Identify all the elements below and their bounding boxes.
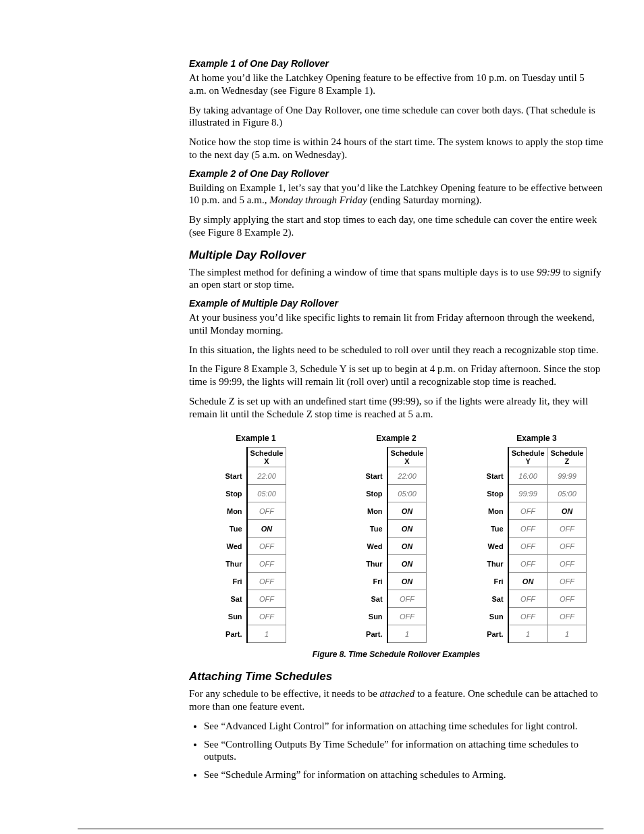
paragraph: At home you’d like the Latchkey Opening …	[189, 72, 603, 97]
table-cell: OFF	[508, 608, 547, 625]
paragraph: For any schedule to be effective, it nee…	[189, 687, 603, 713]
table-cell: 1	[547, 625, 587, 643]
row-label: Start	[366, 467, 387, 485]
table-cell: OFF	[508, 590, 547, 608]
heading-example-multiple: Example of Multiple Day Rollover	[189, 298, 603, 309]
figure-caption: Figure 8. Time Schedule Rollover Example…	[189, 650, 603, 659]
row-label: Tue	[487, 520, 508, 538]
text-italic: Monday through Friday	[269, 194, 367, 205]
row-label: Thur	[225, 555, 247, 573]
table-cell: ON	[387, 573, 427, 590]
table-cell: OFF	[547, 538, 587, 555]
schedule-table-2: ScheduleXStart22:00Stop05:00MonONTueONWe…	[366, 447, 427, 643]
figure-8: Example 1 ScheduleXStart22:00Stop05:00Mo…	[189, 434, 603, 643]
paragraph: By taking advantage of One Day Rollover,…	[189, 104, 603, 130]
column-header: ScheduleY	[508, 448, 547, 467]
table-cell: OFF	[547, 590, 587, 608]
table-cell: OFF	[247, 502, 286, 520]
row-label: Sat	[225, 590, 247, 608]
row-label: Thur	[487, 555, 508, 573]
table-cell: OFF	[247, 590, 286, 608]
text: The simplest method for defining a windo…	[189, 267, 537, 278]
column-header: ScheduleZ	[547, 448, 587, 467]
table-cell: 05:00	[247, 485, 286, 502]
row-label: Stop	[487, 485, 508, 502]
row-label: Wed	[366, 538, 387, 555]
page-footer: Concord 4 Series Security Systems 21	[78, 829, 603, 834]
column-header: ScheduleX	[247, 448, 286, 467]
paragraph: Schedule Z is set up with an undefined s…	[189, 395, 603, 421]
row-label: Start	[225, 467, 247, 485]
paragraph: By simply applying the start and stop ti…	[189, 213, 603, 239]
row-label: Mon	[366, 502, 387, 520]
row-label: Wed	[487, 538, 508, 555]
table-cell: 05:00	[547, 485, 587, 502]
row-label: Fri	[487, 573, 508, 590]
page-content: Example 1 of One Day Rollover At home yo…	[0, 0, 644, 815]
paragraph: Building on Example 1, let’s say that yo…	[189, 182, 603, 207]
row-label: Sun	[366, 608, 387, 625]
table-cell: 99:99	[508, 485, 547, 502]
table-cell: 05:00	[387, 485, 427, 502]
table-cell: 1	[387, 625, 427, 643]
schedule-table-1: ScheduleXStart22:00Stop05:00MonOFFTueONW…	[225, 447, 287, 643]
row-label: Part.	[366, 625, 387, 643]
row-label: Part.	[487, 625, 508, 643]
row-label: Thur	[366, 555, 387, 573]
table-cell: OFF	[547, 555, 587, 573]
table-cell: OFF	[387, 608, 427, 625]
row-label: Mon	[487, 502, 508, 520]
table-cell: OFF	[387, 590, 427, 608]
bullet-item: See “Schedule Arming” for information on…	[204, 768, 603, 781]
figure-example2: Example 2 ScheduleXStart22:00Stop05:00Mo…	[329, 434, 463, 643]
paragraph: In the Figure 8 Example 3, Schedule Y is…	[189, 363, 603, 388]
row-label: Sat	[487, 590, 508, 608]
heading-attaching: Attaching Time Schedules	[189, 670, 603, 683]
table-cell: ON	[508, 573, 547, 590]
paragraph: At your business you’d like specific lig…	[189, 311, 603, 337]
heading-example1: Example 1 of One Day Rollover	[189, 58, 603, 69]
column-header: ScheduleX	[387, 448, 427, 467]
table-cell: OFF	[247, 608, 286, 625]
table-cell: 1	[247, 625, 286, 643]
table-cell: OFF	[247, 538, 286, 555]
table-cell: 16:00	[508, 467, 547, 485]
paragraph: In this situation, the lights need to be…	[189, 344, 603, 357]
table-cell: ON	[387, 555, 427, 573]
table-cell: ON	[247, 520, 286, 538]
row-label: Fri	[366, 573, 387, 590]
table-cell: OFF	[508, 555, 547, 573]
row-label: Sun	[225, 608, 247, 625]
figure-example1: Example 1 ScheduleXStart22:00Stop05:00Mo…	[189, 434, 323, 643]
table-cell: OFF	[247, 555, 286, 573]
table-cell: OFF	[508, 520, 547, 538]
schedule-table-3: ScheduleYScheduleZStart16:0099:99Stop99:…	[487, 447, 587, 643]
paragraph: The simplest method for defining a windo…	[189, 266, 603, 292]
row-label: Mon	[225, 502, 247, 520]
table-cell: OFF	[547, 520, 587, 538]
table-cell: OFF	[508, 538, 547, 555]
text: (ending Saturday morning).	[367, 194, 482, 205]
table-cell: 99:99	[547, 467, 587, 485]
figure-title: Example 1	[236, 434, 275, 443]
row-label: Stop	[366, 485, 387, 502]
text: For any schedule to be effective, it nee…	[189, 688, 380, 699]
table-cell: 22:00	[247, 467, 286, 485]
text-italic: 99:99	[537, 267, 560, 278]
table-cell: OFF	[547, 573, 587, 590]
row-label: Start	[487, 467, 508, 485]
row-label: Wed	[225, 538, 247, 555]
row-label: Fri	[225, 573, 247, 590]
table-cell: ON	[387, 538, 427, 555]
figure-title: Example 3	[516, 434, 556, 443]
table-cell: 22:00	[387, 467, 427, 485]
table-cell: OFF	[508, 502, 547, 520]
bullet-item: See “Controlling Outputs By Time Schedul…	[204, 738, 603, 764]
row-label: Part.	[225, 625, 247, 643]
row-label: Stop	[225, 485, 247, 502]
table-cell: ON	[387, 502, 427, 520]
table-cell: OFF	[547, 608, 587, 625]
table-cell: 1	[508, 625, 547, 643]
figure-title: Example 2	[376, 434, 416, 443]
heading-example2: Example 2 of One Day Rollover	[189, 168, 603, 179]
